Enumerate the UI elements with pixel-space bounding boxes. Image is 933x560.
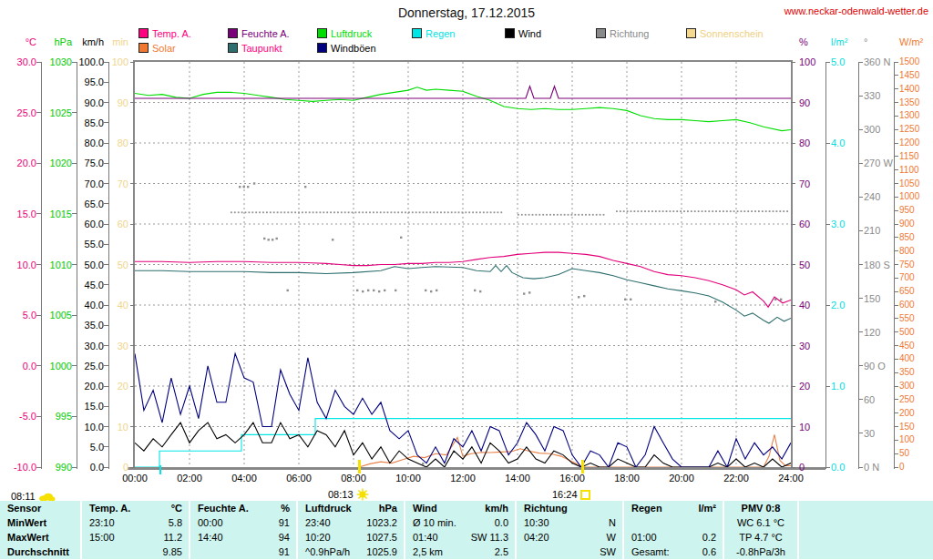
axis-tick-label: 150 (864, 293, 880, 304)
legend-swatch-taupunkt (228, 43, 238, 53)
x-axis-label: 14:00 (497, 473, 538, 484)
axis-tick (791, 305, 795, 306)
table-cell-time: 04:20 (524, 530, 549, 545)
axis-tick-label: 90 (0, 97, 128, 108)
weather-chart (135, 62, 791, 467)
axis-tick (858, 399, 863, 400)
axis-tick-label: 0 (799, 462, 805, 473)
axis-tick (858, 163, 863, 164)
legend-item-solar: Solar (138, 42, 176, 54)
table-row: Gesamt:0.6 (624, 545, 723, 559)
table-col-unit: % (281, 501, 290, 515)
axis-tick (894, 291, 898, 292)
axis-tick-label: 1350 (899, 97, 919, 108)
table-row: 91 (190, 545, 296, 559)
axis-tick (130, 143, 135, 144)
axis-tick (894, 116, 898, 117)
axis-tick (894, 426, 898, 427)
axis-tick-label: 90 O (864, 361, 886, 372)
legend-item-regen: Regen (412, 27, 455, 39)
table-cell-value: 0.0 (495, 515, 508, 530)
axis-tick (130, 386, 135, 387)
axis-tick (104, 365, 108, 366)
axis-tick (791, 264, 795, 265)
axis-tick-label: 1.0 (831, 381, 845, 392)
axis-tick-label: 30 (799, 341, 810, 351)
sunset-icon (580, 490, 590, 500)
legend-item-sonnenschein: Sonnenschein (686, 27, 764, 39)
axis-tick (858, 467, 863, 468)
table-row: 01:40SW 11.3 (405, 530, 515, 545)
axis-tick (72, 416, 77, 417)
sunset-time: 16:24 (552, 489, 578, 500)
legend-item-temp-a: Temp. A. (138, 27, 191, 39)
axis-tick (894, 129, 898, 130)
axis-tick (104, 163, 108, 164)
table-cell-time: ^0.9hPa/h (305, 545, 350, 559)
axis-tick-label: 900 (899, 219, 915, 229)
table-row: 10:30N (517, 515, 622, 530)
axis-tick-label: 10 (799, 422, 810, 433)
axis-tick (894, 305, 898, 306)
axis-tick-label: 4.0 (831, 137, 845, 148)
axis-tick (825, 305, 830, 306)
axis-tick-label: 100 (799, 56, 815, 67)
axis-tick-label: 650 (899, 286, 915, 297)
axis-tick (72, 213, 77, 214)
x-axis-label: 12:00 (443, 473, 483, 484)
table-cell-time: 00:00 (198, 515, 223, 530)
axis-tick-label: 75.0 (0, 158, 104, 168)
axis-tick (72, 112, 77, 113)
axis-tick (894, 440, 898, 441)
table-row: 9.85 (82, 545, 189, 559)
table-row: 04:20W (517, 530, 622, 545)
axis-tick-label: 35.0 (0, 320, 104, 331)
table-cell-value: 11.2 (163, 530, 182, 545)
table-cell-time: 23:10 (89, 515, 115, 530)
legend-item-windb-en: Windböen (317, 42, 376, 54)
x-axis-baseline (128, 467, 825, 470)
axis-tick-label: 20 (799, 381, 810, 392)
axis-tick (858, 197, 863, 198)
axis-tick (894, 156, 898, 157)
axis-tick (894, 264, 898, 265)
table-panel-temp-a: Temp. A.°C23:105.815:0011.29.85 (82, 501, 189, 559)
pmv-title: PMV 0:8 (724, 501, 797, 515)
legend-swatch-feuchte-a (228, 28, 238, 38)
axis-tick (858, 298, 863, 299)
table-row-label: Durchschnitt (7, 545, 69, 559)
website-link[interactable]: www.neckar-odenwald-wetter.de (784, 5, 928, 16)
axis-tick-label: 1450 (899, 70, 919, 81)
axis-tick (858, 365, 863, 366)
axis-unit-min: min (0, 36, 128, 47)
table-col-unit: l/m² (698, 501, 716, 515)
axis-tick (894, 224, 898, 225)
axis-tick (858, 96, 863, 97)
axis-tick-label: 60 (0, 219, 128, 229)
axis-tick-label: 100 (0, 56, 128, 67)
table-row (624, 515, 723, 530)
axis-tick-label: 30 (864, 428, 875, 439)
axis-tick-label: 850 (899, 232, 915, 243)
axis-tick (894, 88, 898, 89)
axis-tick-label: 0 (899, 462, 905, 473)
axis-tick-label: 100 (899, 434, 915, 445)
table-panel-richtung: Richtung10:30N04:20WSW (517, 501, 622, 559)
table-row: 23:401023.2 (298, 515, 404, 530)
table-cell-time: 2,5 km (413, 545, 443, 559)
series-solar (359, 434, 791, 467)
axis-tick-label: 40 (799, 300, 810, 311)
legend-label: Solar (152, 43, 176, 54)
x-axis-label: 10:00 (388, 473, 428, 484)
table-cell-value: 9.85 (163, 545, 182, 559)
table-cell-value: 0.2 (702, 530, 716, 545)
rain-start-tick (159, 465, 161, 474)
table-col-unit: °C (171, 501, 182, 515)
table-panel-pmv: PMV 0:8WC 6.1 °CTP 4.7 °C-0.8hPa/3h (724, 501, 797, 559)
table-cell-value: SW 11.3 (471, 530, 508, 545)
axis-tick (858, 62, 863, 63)
axis-tick (130, 224, 135, 225)
table-col-header: Regen (631, 501, 662, 515)
axis-tick-label: 45.0 (0, 280, 104, 290)
table-cell-time: Ø 10 min. (413, 515, 456, 530)
